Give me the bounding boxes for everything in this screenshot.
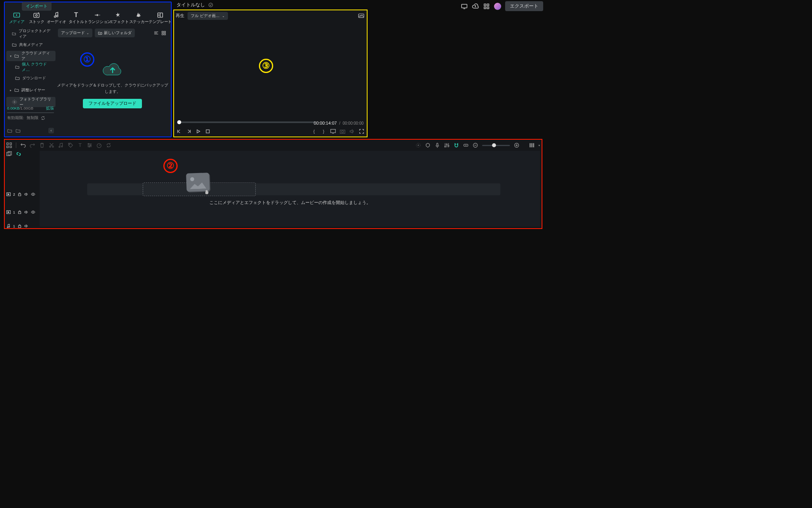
refresh-icon[interactable]: [41, 116, 45, 120]
lock-icon[interactable]: [17, 210, 22, 214]
tree-project-media[interactable]: プロジェクトメディア: [6, 29, 56, 39]
track-video-1[interactable]: 1: [6, 210, 35, 214]
preview-scrubber[interactable]: [177, 121, 315, 123]
tab-audio[interactable]: オーディオ: [47, 11, 66, 28]
timeline-area[interactable]: ここにメディアとエフェクトをドラッグして、ムービーの作成を開始しましょう。: [40, 151, 540, 227]
svg-rect-13: [162, 31, 163, 33]
loop-icon[interactable]: [106, 142, 111, 148]
redo-icon[interactable]: [30, 142, 35, 148]
tree-personal-cloud[interactable]: 個人 クラウド メ…: [6, 62, 56, 72]
play-button[interactable]: [195, 129, 201, 134]
magnet-icon[interactable]: [454, 142, 459, 148]
cloud-upload-icon[interactable]: [472, 3, 479, 10]
sort-icon[interactable]: [153, 30, 159, 36]
track-video-2[interactable]: 2: [6, 192, 35, 196]
media-panel: インポート メディア ストック オーディオ T タイトル トランジション エフェ…: [4, 2, 172, 137]
layout-icon[interactable]: [6, 142, 12, 148]
tab-stock[interactable]: ストック: [27, 11, 46, 28]
tree-adjustment-layer[interactable]: ▸ 調整レイヤー: [6, 85, 56, 95]
check-circle-icon: [208, 2, 213, 8]
cut-icon[interactable]: [49, 142, 54, 148]
tab-media[interactable]: メディア: [7, 11, 26, 28]
delete-icon[interactable]: [39, 142, 45, 148]
track-options-icon[interactable]: [529, 142, 534, 148]
svg-rect-16: [164, 33, 166, 35]
adjust-icon[interactable]: [87, 142, 92, 148]
tag-icon[interactable]: [68, 142, 73, 148]
svg-point-21: [341, 131, 343, 133]
mute-icon[interactable]: [24, 210, 29, 214]
tab-effect[interactable]: エフェクト: [109, 11, 128, 28]
mixer-icon[interactable]: [444, 142, 450, 148]
mute-icon[interactable]: [24, 224, 29, 228]
mark-out-icon[interactable]: }: [321, 129, 326, 134]
tree-shared-media[interactable]: 共有メディア: [6, 40, 56, 50]
upload-dropdown[interactable]: アップロード⌄: [58, 29, 92, 37]
avatar[interactable]: [494, 3, 501, 10]
marker-icon[interactable]: [425, 142, 431, 148]
svg-point-56: [9, 227, 10, 227]
new-folder-button[interactable]: 新しいフォルダ: [95, 29, 135, 37]
link-icon[interactable]: [463, 142, 469, 148]
svg-point-10: [56, 15, 58, 17]
stop-button[interactable]: [205, 129, 211, 134]
folder-add-icon[interactable]: [7, 129, 12, 133]
preview-duration: 00:00:00:00: [343, 121, 364, 125]
lock-icon[interactable]: [17, 192, 22, 196]
export-button[interactable]: エクスポート: [505, 1, 543, 11]
svg-point-28: [59, 146, 60, 147]
tab-title[interactable]: T タイトル: [67, 11, 86, 28]
zoom-slider[interactable]: [482, 145, 510, 146]
visibility-icon[interactable]: [31, 192, 35, 196]
lock-icon[interactable]: [17, 224, 22, 228]
preview-play-label: 再生: [176, 13, 184, 19]
storage-info: 0.00KB/1.00GB拡張 有効期限:無制限: [7, 106, 54, 121]
svg-point-36: [418, 145, 419, 146]
mute-icon[interactable]: [24, 192, 29, 196]
next-frame-button[interactable]: [186, 129, 192, 134]
camera-icon[interactable]: [340, 129, 345, 134]
svg-rect-2: [484, 4, 486, 6]
text-tool-icon[interactable]: T: [77, 142, 83, 148]
svg-rect-18: [206, 130, 209, 133]
preview-mode-dropdown[interactable]: フル ビデオ画…⌄: [188, 12, 228, 20]
tab-sticker[interactable]: ステッカー: [129, 11, 148, 28]
music-icon[interactable]: [58, 142, 64, 148]
timeline-panel: T ▾ 2 1: [4, 139, 542, 229]
import-button[interactable]: インポート: [22, 2, 52, 11]
view-grid-icon[interactable]: [161, 30, 167, 36]
svg-point-31: [88, 143, 89, 144]
folder-icon[interactable]: [15, 129, 21, 133]
svg-point-33: [89, 146, 90, 147]
mic-icon[interactable]: [435, 142, 440, 148]
track-audio-1[interactable]: 1: [6, 224, 29, 228]
tab-template[interactable]: テンプレート: [149, 11, 171, 28]
svg-point-38: [444, 146, 446, 147]
monitor-icon[interactable]: [461, 3, 468, 10]
zoom-out-icon[interactable]: [473, 142, 478, 148]
display-icon[interactable]: [330, 129, 336, 134]
prev-frame-button[interactable]: [176, 129, 182, 134]
mark-in-icon[interactable]: {: [311, 129, 317, 134]
svg-rect-19: [331, 129, 335, 133]
speed-icon[interactable]: [96, 142, 102, 148]
svg-point-54: [33, 212, 33, 212]
undo-icon[interactable]: [20, 142, 26, 148]
svg-rect-3: [487, 4, 489, 6]
upload-file-button[interactable]: ファイルをアップロード: [83, 99, 142, 108]
storage-expand-link[interactable]: 拡張: [46, 106, 54, 111]
audio-track-icon: [6, 224, 11, 228]
svg-rect-25: [10, 146, 11, 148]
tab-transition[interactable]: トランジション: [86, 11, 109, 28]
grid-icon[interactable]: [483, 3, 490, 10]
snapshot-icon[interactable]: [358, 13, 364, 18]
collapse-sidebar-button[interactable]: ‹: [48, 128, 54, 133]
fullscreen-icon[interactable]: [359, 129, 364, 134]
video-track-icon: [6, 210, 11, 214]
visibility-icon[interactable]: [31, 210, 35, 214]
tree-download[interactable]: ダウンロード: [6, 73, 56, 83]
volume-icon[interactable]: [349, 129, 355, 134]
auto-icon[interactable]: [416, 142, 421, 148]
tree-cloud-media[interactable]: ▾ クラウド メディア: [6, 51, 56, 61]
zoom-in-icon[interactable]: [514, 142, 519, 148]
